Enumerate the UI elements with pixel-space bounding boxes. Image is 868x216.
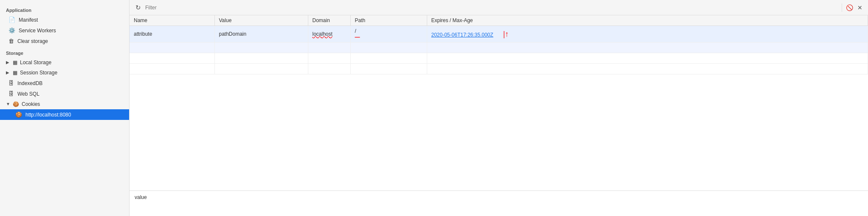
empty-cell [214,43,308,53]
local-storage-arrow [6,60,11,65]
empty-cell [308,53,350,64]
col-header-value: Value [214,15,308,26]
empty-cell [427,64,868,74]
empty-cell [350,53,427,64]
sidebar-local-storage-toggle[interactable]: ▦ Local Storage [0,57,129,68]
sidebar-item-clear-storage[interactable]: 🗑 Clear storage [0,36,129,46]
empty-cell [308,64,350,74]
indexeddb-icon: 🗄 [8,80,14,86]
gear-icon: ⚙️ [8,27,15,34]
table-row[interactable]: attribute pathDomain localhost / — 2020-… [130,26,868,43]
empty-cell [350,64,427,74]
empty-cell [130,53,214,64]
sidebar-item-service-workers-label: Service Workers [19,28,56,34]
no-entry-icon: 🚫 [846,4,853,11]
col-header-domain: Domain [308,15,350,26]
sidebar-cookies-toggle[interactable]: 🍪 Cookies [0,99,129,109]
empty-cell [130,43,214,53]
table-header-row: Name Value Domain Path Expires / Max-Age [130,15,868,26]
empty-cell [130,64,214,74]
sidebar-item-localhost[interactable]: 🍪 http://localhost:8080 [0,109,129,120]
value-label: value [135,194,147,200]
sidebar-item-indexeddb-label: IndexedDB [17,80,42,86]
cell-domain: localhost [308,26,350,43]
filter-input[interactable] [144,4,840,11]
app-section-title: Application [0,3,129,14]
domain-value: localhost [313,31,333,37]
path-annotation: — [355,34,423,40]
sidebar-item-service-workers[interactable]: ⚙️ Service Workers [0,25,129,36]
expires-annotation: |↑ [503,30,509,39]
cell-value: pathDomain [214,26,308,43]
sidebar-session-storage-label: Session Storage [20,70,57,76]
empty-cell [427,53,868,64]
refresh-icon: ↻ [135,4,141,11]
sidebar-item-clear-storage-label: Clear storage [17,38,48,44]
col-header-expires: Expires / Max-Age [427,15,868,26]
toolbar: ↻ 🚫 ✕ [130,0,868,15]
web-sql-icon: 🗄 [8,91,14,97]
sidebar-local-storage-label: Local Storage [20,60,51,65]
clear-filter-button[interactable]: 🚫 [844,3,855,12]
close-filter-button[interactable]: ✕ [855,3,865,12]
table-row-empty-3 [130,64,868,74]
table-area: Name Value Domain Path Expires / Max-Age… [130,15,868,190]
sidebar-cookies-label: Cookies [22,101,40,107]
sidebar-item-web-sql-label: Web SQL [17,91,39,97]
sidebar: Application 📄 Manifest ⚙️ Service Worker… [0,0,130,216]
value-panel: value [130,190,868,216]
localhost-cookie-icon: 🍪 [15,111,22,118]
sidebar-session-storage-toggle[interactable]: ▦ Session Storage [0,68,129,78]
sidebar-item-indexeddb[interactable]: 🗄 IndexedDB [0,78,129,88]
storage-section-title: Storage [0,46,129,57]
refresh-button[interactable]: ↻ [133,3,144,13]
col-header-name: Name [130,15,214,26]
col-header-path: Path [350,15,427,26]
empty-cell [427,43,868,53]
expires-value: 2020-05-06T17:26:35.000Z [431,32,493,38]
cell-name: attribute [130,26,214,43]
sidebar-item-manifest-label: Manifest [19,17,38,23]
cell-expires: 2020-05-06T17:26:35.000Z |↑ [427,26,868,43]
session-storage-arrow [6,70,11,75]
empty-cell [214,53,308,64]
table-row-empty-2 [130,53,868,64]
cookies-table: Name Value Domain Path Expires / Max-Age… [130,15,868,74]
sidebar-item-localhost-label: http://localhost:8080 [25,112,71,118]
close-icon: ✕ [857,4,862,11]
file-icon: 📄 [8,17,15,23]
empty-cell [308,43,350,53]
toolbar-separator [842,3,842,12]
session-storage-icon: ▦ [13,70,17,76]
empty-cell [214,64,308,74]
cell-path: / — [350,26,427,43]
cookies-icon: 🍪 [13,101,19,107]
sidebar-item-web-sql[interactable]: 🗄 Web SQL [0,88,129,99]
empty-cell [350,43,427,53]
cookies-arrow [6,102,11,107]
local-storage-icon: ▦ [13,60,17,65]
trash-icon: 🗑 [8,38,14,44]
sidebar-item-manifest[interactable]: 📄 Manifest [0,14,129,25]
main-panel: ↻ 🚫 ✕ Name Value Domain Path Expires / M… [130,0,868,216]
table-row-empty-1 [130,43,868,53]
